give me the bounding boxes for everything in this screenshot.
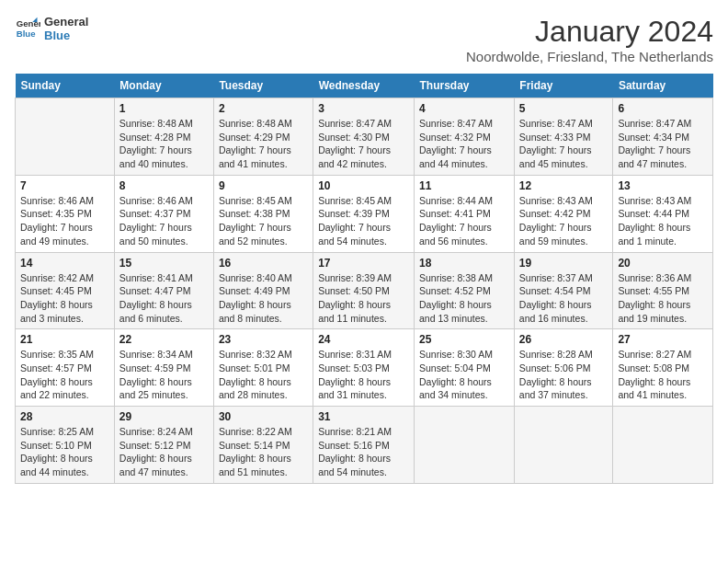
day-number: 23 bbox=[219, 333, 308, 346]
day-info: Sunrise: 8:46 AMSunset: 4:37 PMDaylight:… bbox=[119, 194, 209, 248]
day-info: Sunrise: 8:34 AMSunset: 4:59 PMDaylight:… bbox=[119, 348, 209, 402]
calendar-table: SundayMondayTuesdayWednesdayThursdayFrid… bbox=[15, 74, 713, 484]
day-info: Sunrise: 8:45 AMSunset: 4:39 PMDaylight:… bbox=[318, 194, 409, 248]
day-number: 28 bbox=[20, 410, 109, 423]
day-number: 19 bbox=[519, 257, 609, 270]
day-info: Sunrise: 8:41 AMSunset: 4:47 PMDaylight:… bbox=[119, 271, 209, 326]
day-number: 12 bbox=[519, 179, 609, 192]
day-number: 27 bbox=[618, 333, 708, 346]
day-number: 6 bbox=[618, 102, 708, 115]
day-number: 1 bbox=[119, 102, 209, 115]
calendar-cell: 6Sunrise: 8:47 AMSunset: 4:34 PMDaylight… bbox=[613, 98, 713, 176]
calendar-cell: 27Sunrise: 8:27 AMSunset: 5:08 PMDayligh… bbox=[613, 329, 713, 407]
calendar-cell: 20Sunrise: 8:36 AMSunset: 4:55 PMDayligh… bbox=[613, 252, 713, 329]
day-info: Sunrise: 8:43 AMSunset: 4:42 PMDaylight:… bbox=[519, 194, 609, 248]
day-header-wednesday: Wednesday bbox=[313, 74, 415, 98]
calendar-cell: 13Sunrise: 8:43 AMSunset: 4:44 PMDayligh… bbox=[613, 175, 713, 252]
day-info: Sunrise: 8:44 AMSunset: 4:41 PMDaylight:… bbox=[419, 194, 509, 248]
day-number: 3 bbox=[318, 102, 409, 115]
title-block: January 2024 Noordwolde, Friesland, The … bbox=[466, 15, 713, 64]
week-row-4: 21Sunrise: 8:35 AMSunset: 4:57 PMDayligh… bbox=[16, 329, 713, 407]
logo: General Blue General Blue bbox=[15, 15, 88, 42]
day-info: Sunrise: 8:24 AMSunset: 5:12 PMDaylight:… bbox=[119, 425, 209, 479]
calendar-cell: 15Sunrise: 8:41 AMSunset: 4:47 PMDayligh… bbox=[114, 252, 213, 329]
calendar-cell: 5Sunrise: 8:47 AMSunset: 4:33 PMDaylight… bbox=[514, 98, 613, 176]
day-info: Sunrise: 8:27 AMSunset: 5:08 PMDaylight:… bbox=[618, 348, 708, 402]
day-info: Sunrise: 8:45 AMSunset: 4:38 PMDaylight:… bbox=[219, 194, 308, 248]
calendar-cell: 18Sunrise: 8:38 AMSunset: 4:52 PMDayligh… bbox=[415, 252, 515, 329]
day-number: 11 bbox=[419, 179, 509, 192]
day-header-thursday: Thursday bbox=[415, 74, 515, 98]
day-number: 31 bbox=[318, 410, 409, 423]
calendar-cell: 4Sunrise: 8:47 AMSunset: 4:32 PMDaylight… bbox=[415, 98, 515, 176]
calendar-cell: 26Sunrise: 8:28 AMSunset: 5:06 PMDayligh… bbox=[514, 329, 613, 407]
day-info: Sunrise: 8:47 AMSunset: 4:30 PMDaylight:… bbox=[318, 117, 409, 171]
day-info: Sunrise: 8:35 AMSunset: 4:57 PMDaylight:… bbox=[20, 348, 109, 402]
calendar-cell: 14Sunrise: 8:42 AMSunset: 4:45 PMDayligh… bbox=[16, 252, 115, 329]
day-info: Sunrise: 8:36 AMSunset: 4:55 PMDaylight:… bbox=[618, 271, 708, 326]
day-number: 5 bbox=[519, 102, 609, 115]
day-number: 13 bbox=[618, 179, 708, 192]
calendar-cell: 28Sunrise: 8:25 AMSunset: 5:10 PMDayligh… bbox=[16, 407, 115, 484]
day-info: Sunrise: 8:30 AMSunset: 5:04 PMDaylight:… bbox=[419, 348, 509, 402]
day-number: 29 bbox=[119, 410, 209, 423]
day-info: Sunrise: 8:21 AMSunset: 5:16 PMDaylight:… bbox=[318, 425, 409, 479]
calendar-cell: 11Sunrise: 8:44 AMSunset: 4:41 PMDayligh… bbox=[415, 175, 515, 252]
calendar-cell bbox=[514, 407, 613, 484]
day-header-monday: Monday bbox=[114, 74, 213, 98]
location-subtitle: Noordwolde, Friesland, The Netherlands bbox=[466, 49, 713, 64]
calendar-cell bbox=[16, 98, 115, 176]
calendar-header-row: SundayMondayTuesdayWednesdayThursdayFrid… bbox=[16, 74, 713, 98]
svg-text:Blue: Blue bbox=[17, 29, 36, 39]
calendar-cell: 8Sunrise: 8:46 AMSunset: 4:37 PMDaylight… bbox=[114, 175, 213, 252]
day-number: 15 bbox=[119, 257, 209, 270]
week-row-2: 7Sunrise: 8:46 AMSunset: 4:35 PMDaylight… bbox=[16, 175, 713, 252]
day-info: Sunrise: 8:47 AMSunset: 4:34 PMDaylight:… bbox=[618, 117, 708, 171]
calendar-cell: 9Sunrise: 8:45 AMSunset: 4:38 PMDaylight… bbox=[213, 175, 313, 252]
calendar-cell bbox=[415, 407, 515, 484]
calendar-cell: 24Sunrise: 8:31 AMSunset: 5:03 PMDayligh… bbox=[313, 329, 415, 407]
day-number: 17 bbox=[318, 257, 409, 270]
day-info: Sunrise: 8:46 AMSunset: 4:35 PMDaylight:… bbox=[20, 194, 109, 248]
calendar-cell: 21Sunrise: 8:35 AMSunset: 4:57 PMDayligh… bbox=[16, 329, 115, 407]
day-info: Sunrise: 8:47 AMSunset: 4:33 PMDaylight:… bbox=[519, 117, 609, 171]
calendar-cell: 1Sunrise: 8:48 AMSunset: 4:28 PMDaylight… bbox=[114, 98, 213, 176]
day-info: Sunrise: 8:37 AMSunset: 4:54 PMDaylight:… bbox=[519, 271, 609, 326]
logo-general: General bbox=[44, 15, 88, 29]
day-number: 20 bbox=[618, 257, 708, 270]
calendar-cell: 16Sunrise: 8:40 AMSunset: 4:49 PMDayligh… bbox=[213, 252, 313, 329]
day-info: Sunrise: 8:39 AMSunset: 4:50 PMDaylight:… bbox=[318, 271, 409, 326]
day-number: 26 bbox=[519, 333, 609, 346]
day-number: 8 bbox=[119, 179, 209, 192]
calendar-cell: 22Sunrise: 8:34 AMSunset: 4:59 PMDayligh… bbox=[114, 329, 213, 407]
calendar-cell: 10Sunrise: 8:45 AMSunset: 4:39 PMDayligh… bbox=[313, 175, 415, 252]
day-number: 7 bbox=[20, 179, 109, 192]
calendar-cell bbox=[613, 407, 713, 484]
day-number: 22 bbox=[119, 333, 209, 346]
day-info: Sunrise: 8:25 AMSunset: 5:10 PMDaylight:… bbox=[20, 425, 109, 479]
calendar-cell: 19Sunrise: 8:37 AMSunset: 4:54 PMDayligh… bbox=[514, 252, 613, 329]
day-number: 14 bbox=[20, 257, 109, 270]
day-info: Sunrise: 8:32 AMSunset: 5:01 PMDaylight:… bbox=[219, 348, 308, 402]
day-number: 18 bbox=[419, 257, 509, 270]
calendar-cell: 25Sunrise: 8:30 AMSunset: 5:04 PMDayligh… bbox=[415, 329, 515, 407]
day-number: 2 bbox=[219, 102, 308, 115]
calendar-cell: 12Sunrise: 8:43 AMSunset: 4:42 PMDayligh… bbox=[514, 175, 613, 252]
day-info: Sunrise: 8:48 AMSunset: 4:28 PMDaylight:… bbox=[119, 117, 209, 171]
week-row-5: 28Sunrise: 8:25 AMSunset: 5:10 PMDayligh… bbox=[16, 407, 713, 484]
day-number: 9 bbox=[219, 179, 308, 192]
calendar-cell: 2Sunrise: 8:48 AMSunset: 4:29 PMDaylight… bbox=[213, 98, 313, 176]
logo-icon: General Blue bbox=[15, 16, 40, 41]
day-info: Sunrise: 8:42 AMSunset: 4:45 PMDaylight:… bbox=[20, 271, 109, 326]
week-row-3: 14Sunrise: 8:42 AMSunset: 4:45 PMDayligh… bbox=[16, 252, 713, 329]
day-info: Sunrise: 8:40 AMSunset: 4:49 PMDaylight:… bbox=[219, 271, 308, 326]
day-info: Sunrise: 8:47 AMSunset: 4:32 PMDaylight:… bbox=[419, 117, 509, 171]
day-header-saturday: Saturday bbox=[613, 74, 713, 98]
calendar-cell: 30Sunrise: 8:22 AMSunset: 5:14 PMDayligh… bbox=[213, 407, 313, 484]
calendar-cell: 31Sunrise: 8:21 AMSunset: 5:16 PMDayligh… bbox=[313, 407, 415, 484]
day-info: Sunrise: 8:28 AMSunset: 5:06 PMDaylight:… bbox=[519, 348, 609, 402]
week-row-1: 1Sunrise: 8:48 AMSunset: 4:28 PMDaylight… bbox=[16, 98, 713, 176]
day-header-tuesday: Tuesday bbox=[213, 74, 313, 98]
day-number: 10 bbox=[318, 179, 409, 192]
day-number: 4 bbox=[419, 102, 509, 115]
